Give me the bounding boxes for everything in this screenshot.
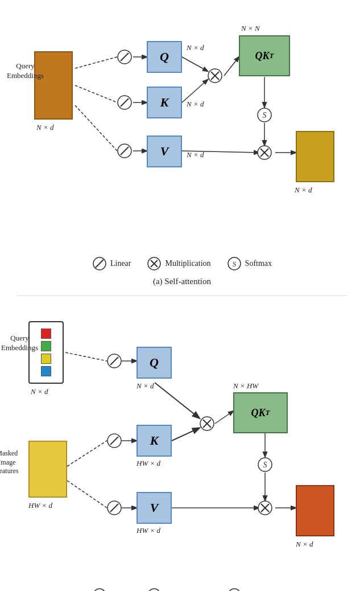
part-a-v-box: V	[147, 136, 182, 167]
svg-line-1	[75, 85, 117, 102]
svg-line-37	[67, 441, 107, 466]
part-b-masked-label: MaskedImageFeatures	[0, 449, 19, 476]
part-b-linear-v-icon	[107, 500, 122, 515]
part-a-query-label: QueryEmbeddings	[7, 61, 44, 81]
part-b-v-box: V	[136, 492, 172, 524]
legend-b-softmax-icon: S	[227, 588, 242, 591]
part-a-linear-v-icon	[117, 143, 132, 158]
svg-point-63	[148, 589, 160, 591]
svg-text:S: S	[263, 111, 267, 120]
part-a-qkt-box: QKT	[239, 35, 290, 76]
svg-line-38	[67, 481, 107, 508]
part-a-qkt-dim: N × N	[241, 24, 260, 33]
part-a-qkt-label: QK	[255, 50, 270, 62]
part-b-q-box: Q	[136, 347, 172, 379]
legend-b-linear: Linear	[92, 588, 131, 591]
part-b-qkt-dim: N × HW	[233, 381, 258, 391]
svg-text:S: S	[263, 461, 267, 469]
svg-line-42	[215, 411, 233, 424]
legend-a-linear: Linear	[92, 256, 131, 271]
legend-a-multiply: Multiplication	[147, 256, 210, 271]
legend-a-softmax-icon: S	[227, 256, 242, 271]
svg-line-0	[75, 57, 117, 68]
part-b-v-dim: HW × d	[136, 526, 160, 535]
part-a-input-dim: N × d	[36, 123, 53, 132]
part-b-linear-q-icon	[107, 354, 122, 368]
part-a-v-dim: N × d	[187, 150, 204, 159]
part-b-qkt-box: QKT	[233, 392, 288, 433]
part-a-k-box: K	[147, 87, 182, 118]
part-b-qkt-sup: T	[266, 408, 270, 417]
legend-b-softmax: S Softmax	[227, 588, 272, 591]
part-a-q-box: Q	[147, 41, 182, 73]
part-b-color-blue	[41, 366, 51, 376]
svg-text:S: S	[232, 260, 236, 268]
legend-b-linear-icon	[92, 588, 107, 591]
part-b-masked-box	[28, 441, 67, 498]
part-a-multiply-sv-icon	[257, 145, 272, 161]
part-a-output-box	[296, 131, 334, 182]
part-a-caption: (a) Self-attention	[6, 277, 358, 286]
diagram-container: QueryEmbeddings N × d Q N × d K N × d V …	[0, 0, 364, 591]
part-b-multiply-qk-icon	[199, 416, 215, 432]
part-b-output-box	[296, 485, 334, 536]
part-b-color-yellow	[41, 354, 51, 364]
part-a-linear-k-icon	[117, 95, 132, 110]
part-a-linear-q-icon	[117, 50, 132, 64]
legend-a-softmax: S Softmax	[227, 256, 272, 271]
part-b-legend: Linear Multiplication S Softmax	[6, 588, 358, 591]
part-a-output-dim: N × d	[295, 186, 312, 195]
part-b-query-dim: N × d	[31, 387, 48, 396]
part-b-linear-k-icon	[107, 433, 122, 448]
svg-line-34	[65, 352, 107, 361]
part-b-masked-dim: HW × d	[28, 501, 52, 510]
part-b-color-green	[41, 341, 51, 351]
svg-point-61	[93, 589, 106, 591]
part-a-legend: Linear Multiplication S Softmax	[6, 256, 358, 271]
part-b-k-dim: HW × d	[136, 459, 160, 468]
svg-line-41	[172, 428, 199, 441]
part-b-qkt-label: QK	[251, 407, 266, 419]
svg-line-36	[155, 383, 199, 418]
part-a-diagram: QueryEmbeddings N × d Q N × d K N × d V …	[6, 11, 358, 251]
legend-a-linear-icon	[92, 256, 107, 271]
part-a-qkt-sup: T	[270, 51, 274, 60]
part-b-k-box: K	[136, 425, 172, 457]
legend-a-linear-label: Linear	[110, 259, 131, 268]
part-b-color-red	[41, 329, 51, 339]
legend-a-multiply-icon	[147, 256, 162, 271]
part-a-q-dim: N × d	[187, 43, 204, 52]
part-a-k-dim: N × d	[187, 100, 204, 109]
part-a-multiply-qk-icon	[207, 68, 223, 84]
legend-a-multiply-label: Multiplication	[165, 259, 210, 268]
svg-line-8	[224, 57, 239, 76]
part-a-softmax-icon: S	[257, 107, 272, 123]
legend-b-multiply-icon	[147, 588, 162, 591]
svg-line-7	[182, 80, 208, 102]
part-b-query-label: QueryEmbeddings	[1, 334, 38, 353]
legend-b-multiply: Multiplication	[147, 588, 210, 591]
svg-line-2	[75, 105, 117, 151]
legend-a-softmax-label: Softmax	[245, 259, 272, 268]
part-b-output-dim: N × d	[296, 540, 313, 549]
part-b-diagram: QueryEmbeddings N × d Q N × d MaskedImag…	[6, 304, 358, 583]
svg-line-6	[182, 57, 208, 71]
part-b-q-dim: N × d	[136, 381, 154, 391]
part-b-softmax-icon: S	[257, 457, 273, 473]
part-b-multiply-sv-icon	[257, 500, 273, 516]
